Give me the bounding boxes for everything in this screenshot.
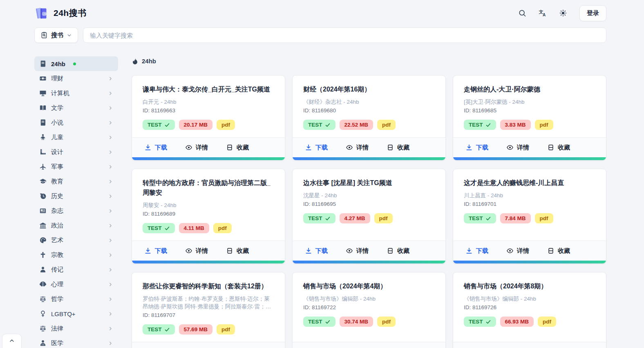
progress-bar xyxy=(293,261,445,263)
format-badge: pdf xyxy=(374,213,393,223)
size-badge: 7.84 MB xyxy=(500,213,531,223)
book-title: 谦卑与伟大：泰戈尔传_白开元_关注TG频道 xyxy=(143,85,274,94)
book-card-6: 那些让你更睿智的科学新知（套装共12册） 罗伯特·萨波斯基；约翰·布罗克曼；恩斯… xyxy=(132,272,285,348)
logo-icon: 2H xyxy=(34,5,50,21)
details-button[interactable]: 详情 xyxy=(506,246,529,255)
size-badge: 66.93 MB xyxy=(500,317,534,327)
translate-icon[interactable]: 文A xyxy=(539,9,548,18)
size-badge: 30.74 MB xyxy=(340,317,373,327)
sidebar-item-18[interactable]: 法律 xyxy=(34,321,118,336)
sidebar-item-15[interactable]: 心理 xyxy=(34,277,118,292)
sidebar-item-7[interactable]: 军事 xyxy=(34,159,118,174)
favorite-button[interactable]: 收藏 xyxy=(547,246,570,255)
chevron-right-icon xyxy=(108,282,113,287)
book-title: 转型中的地方政府：官员激励与治理第二版_周黎安 xyxy=(143,178,274,198)
sidebar-item-13[interactable]: 宗教 xyxy=(34,248,118,262)
sidebar-item-11[interactable]: 政治 xyxy=(34,218,118,233)
sidebar-item-1[interactable]: 理财 xyxy=(34,71,118,86)
details-button[interactable]: 详情 xyxy=(506,143,529,152)
details-button[interactable]: 详情 xyxy=(346,143,369,152)
login-button[interactable]: 登录 xyxy=(579,5,606,21)
download-button[interactable]: 下载 xyxy=(305,143,328,152)
details-button[interactable]: 详情 xyxy=(346,246,369,255)
topbar: 2H 24h搜书 文A 登录 xyxy=(34,0,606,26)
download-button[interactable]: 下载 xyxy=(465,246,488,255)
chevron-right-icon xyxy=(108,341,113,346)
details-button[interactable]: 详情 xyxy=(185,246,208,255)
book-id: ID: 81169701 xyxy=(464,200,595,208)
sidebar-item-16[interactable]: 哲学 xyxy=(34,292,118,306)
sidebar-item-2[interactable]: 计算机 xyxy=(34,86,118,100)
sidebar-item-14[interactable]: 传记 xyxy=(34,262,118,277)
download-button[interactable]: 下载 xyxy=(305,246,328,255)
test-badge: TEST xyxy=(464,317,496,327)
book-card-2: 走钢丝的人-大卫·阿尔蒙德 [英]大卫·阿尔蒙德 - 24hb ID: 8116… xyxy=(453,75,606,161)
chevron-up-icon xyxy=(9,337,15,345)
size-badge: 3.83 MB xyxy=(500,120,531,130)
test-badge: TEST xyxy=(143,324,175,335)
svg-text:2H: 2H xyxy=(43,13,46,15)
favorite-button[interactable]: 收藏 xyxy=(387,143,409,152)
sidebar-item-9[interactable]: 历史 xyxy=(34,189,118,203)
sidebar-item-0[interactable]: 24hb xyxy=(34,56,118,71)
category-sidebar: 24hb 理财 计算机 xyxy=(34,56,118,348)
format-badge: pdf xyxy=(538,317,556,327)
scales-icon xyxy=(39,325,47,332)
favorite-button[interactable]: 收藏 xyxy=(387,246,409,255)
download-button[interactable]: 下载 xyxy=(144,246,167,255)
sidebar-item-12[interactable]: 艺术 xyxy=(34,233,118,248)
brain-icon xyxy=(39,281,47,288)
format-badge: pdf xyxy=(535,120,553,130)
book-author: 周黎安 - 24hb xyxy=(143,201,274,209)
scales-icon xyxy=(39,295,47,303)
favorite-button[interactable]: 收藏 xyxy=(226,143,249,152)
book-card-0: 谦卑与伟大：泰戈尔传_白开元_关注TG频道 白开元 - 24hb ID: 811… xyxy=(132,75,285,161)
check-icon xyxy=(325,319,331,325)
logo[interactable]: 2H 24h搜书 xyxy=(34,5,87,21)
book-title: 财经（2024年第16期） xyxy=(303,85,435,94)
sidebar-item-10[interactable]: 杂志 xyxy=(34,203,118,218)
search-icon[interactable] xyxy=(518,9,527,18)
collapse-sidebar-button[interactable] xyxy=(2,334,22,348)
format-badge: pdf xyxy=(217,120,235,130)
test-badge: TEST xyxy=(464,213,496,223)
book-icon xyxy=(39,60,47,67)
sidebar-item-8[interactable]: 教育 xyxy=(34,174,118,189)
sidebar-item-3[interactable]: 文学 xyxy=(34,100,118,115)
test-badge: TEST xyxy=(143,120,175,130)
book-id: ID: 81169680 xyxy=(303,107,435,114)
search-type-dropdown[interactable]: 搜书 xyxy=(34,27,78,43)
sidebar-item-17[interactable]: LGBTQ+ xyxy=(34,306,118,321)
sidebar-item-5[interactable]: 儿童 xyxy=(34,130,118,145)
format-badge: pdf xyxy=(377,317,396,327)
book-icon xyxy=(39,119,47,126)
download-button[interactable]: 下载 xyxy=(144,143,167,152)
theme-sun-icon[interactable] xyxy=(559,9,568,18)
chevron-right-icon xyxy=(108,120,113,125)
search-input[interactable] xyxy=(83,27,606,43)
check-icon xyxy=(325,122,331,128)
download-icon xyxy=(305,247,312,254)
jet-icon xyxy=(39,163,47,170)
bookmark-icon xyxy=(547,247,555,254)
person-icon xyxy=(39,266,47,273)
progress-bar xyxy=(132,157,285,160)
bookmark-icon xyxy=(226,247,233,254)
book-author: [英]大卫·阿尔蒙德 - 24hb xyxy=(464,98,595,106)
newspaper-icon xyxy=(39,207,47,214)
details-button[interactable]: 详情 xyxy=(185,143,208,152)
sidebar-item-19[interactable]: 医学 xyxy=(34,336,118,348)
download-button[interactable]: 下载 xyxy=(465,143,488,152)
sidebar-item-4[interactable]: 小说 xyxy=(34,115,118,130)
size-badge: 4.11 MB xyxy=(179,223,209,233)
clipboard-search-icon xyxy=(40,31,48,39)
page: 2H 24h搜书 文A 登录 搜书 xyxy=(0,0,644,348)
format-badge: pdf xyxy=(535,213,553,223)
favorite-button[interactable]: 收藏 xyxy=(226,246,249,255)
book-title: 那些让你更睿智的科学新知（套装共12册） xyxy=(143,281,274,291)
book-id: ID: 81169722 xyxy=(303,303,435,311)
bank-icon xyxy=(39,222,47,229)
sidebar-item-6[interactable]: 设计 xyxy=(34,145,118,159)
chevron-right-icon xyxy=(108,223,113,228)
favorite-button[interactable]: 收藏 xyxy=(547,143,570,152)
